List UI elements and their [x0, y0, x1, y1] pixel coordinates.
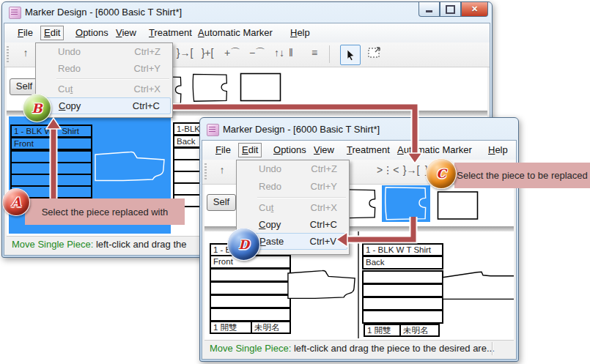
status-hint: left-click and drag the — [93, 239, 186, 250]
move-up-icon[interactable]: ↑ — [15, 47, 37, 59]
menu-item-redo[interactable]: RedoCtrl+Y — [237, 178, 349, 196]
rotate-plus-icon[interactable]: +⌒ — [221, 47, 243, 60]
app-icon — [9, 7, 21, 19]
status-separator — [492, 342, 493, 355]
callout-label-c: Select the piece to be replaced — [454, 163, 590, 188]
join-right-icon[interactable]: }→[ — [174, 47, 196, 59]
piece-name-cell: Back — [362, 256, 443, 270]
menu-view[interactable]: View — [311, 143, 337, 157]
table-row — [362, 270, 443, 284]
piece-outline-front[interactable] — [287, 267, 358, 302]
menu-separator — [56, 78, 169, 79]
piece-outline-rect[interactable] — [240, 73, 281, 102]
table-row — [210, 294, 291, 308]
rotate-minus-icon[interactable]: −⌒ — [246, 47, 268, 60]
status-hint: left-click and drag the piece to the des… — [291, 343, 495, 354]
move-up-icon[interactable]: ↑ — [211, 164, 233, 176]
align-lines-icon[interactable]: ≡ — [303, 47, 325, 59]
maximize-icon — [446, 5, 455, 14]
badge-a: A — [2, 188, 30, 216]
toolbar-separator — [329, 45, 330, 63]
menu-item-copy[interactable]: CopyCtrl+C — [37, 97, 171, 114]
close-icon: ✕ — [471, 4, 478, 14]
join-right-icon[interactable]: }→[ — [400, 164, 422, 176]
piece-outline-rect[interactable] — [437, 190, 479, 220]
table-row — [362, 297, 443, 311]
window-title: Marker Design - [6000 Basic T Shirt*] — [25, 7, 182, 18]
piece-outline-back[interactable] — [441, 267, 514, 302]
menu-help[interactable]: Help — [485, 143, 511, 157]
table-row — [362, 310, 443, 324]
menu-item-undo[interactable]: UndoCtrl+Z — [237, 160, 349, 178]
self-button[interactable]: Self — [207, 194, 236, 211]
piece-name-cell: Front — [10, 137, 92, 150]
select-cursor-button[interactable] — [340, 45, 361, 65]
menu-treatment[interactable]: Treatment — [344, 143, 393, 157]
screenshot: Marker Design - [6000 Basic T Shirt*] ✕ … — [0, 0, 590, 364]
badge-b: B — [23, 94, 51, 122]
badge-c: C — [426, 158, 457, 189]
window-title: Marker Design - [6000 Basic T Shirt*] — [223, 124, 380, 135]
cursor-icon — [345, 49, 355, 61]
menu-bar: File Edit Options View Treatment Automat… — [202, 141, 516, 160]
titlebar[interactable]: Marker Design - [6000 Basic T Shirt*] ✕ — [2, 2, 492, 23]
menu-edit[interactable]: Edit — [238, 143, 262, 157]
menu-bar: File Edit Options View Treatment Automat… — [4, 23, 490, 43]
status-mode: Move Single Piece: — [12, 239, 93, 250]
close-button[interactable]: ✕ — [461, 2, 488, 17]
menu-treatment[interactable]: Treatment — [146, 26, 195, 40]
caption-buttons: ✕ — [418, 2, 488, 16]
edit-menu-popup-1: UndoCtrl+Z RedoCtrl+Y CutCtrl+X CopyCtrl… — [35, 42, 173, 118]
menu-item-redo[interactable]: RedoCtrl+Y — [36, 60, 172, 77]
column-divider — [358, 231, 359, 338]
menu-item-cut[interactable]: CutCtrl+X — [237, 199, 349, 216]
join-add-icon[interactable]: }+[ — [196, 47, 218, 59]
table-row — [210, 281, 291, 295]
callout-label-a: Select the piece replaced with — [25, 198, 185, 225]
menu-automatic-marker[interactable]: Automatic Marker — [195, 26, 276, 40]
marquee-zoom-icon[interactable] — [364, 45, 386, 61]
piece-outline-sleeve-selected — [382, 185, 430, 222]
table-row — [210, 268, 291, 282]
toolbar-grip[interactable] — [204, 163, 207, 179]
piece-header-cell: 1 - BLK W T Shirt — [362, 243, 443, 256]
menu-file[interactable]: File — [15, 26, 36, 40]
self-button[interactable]: Self — [10, 78, 39, 95]
minimize-icon — [426, 10, 432, 12]
table-row — [210, 308, 291, 322]
menu-item-undo[interactable]: UndoCtrl+Z — [36, 43, 172, 60]
menu-options[interactable]: Options — [270, 143, 309, 157]
vertical-bars-icon[interactable]: ‖ — [280, 47, 302, 59]
menu-view[interactable]: View — [113, 26, 139, 40]
selected-piece-thumbnail[interactable] — [382, 185, 430, 222]
menu-automatic-marker[interactable]: Automatic Marker — [394, 143, 475, 157]
titlebar[interactable]: Marker Design - [6000 Basic T Shirt*] — [200, 118, 518, 140]
maximize-button[interactable] — [440, 2, 461, 17]
menu-file[interactable]: File — [213, 143, 234, 157]
menu-help[interactable]: Help — [287, 26, 313, 40]
status-bar: Move Single Piece: left-click and drag t… — [204, 340, 514, 357]
fold-tag: 1 開雙 — [210, 321, 252, 334]
menu-options[interactable]: Options — [73, 26, 111, 40]
menu-edit[interactable]: Edit — [40, 26, 64, 40]
piece-header-cell: 1 - BLK W T Shirt — [10, 125, 92, 138]
toolbar-grip[interactable] — [7, 46, 9, 62]
name-tag: 未明名 — [251, 321, 291, 334]
status-mode: Move Single Piece: — [210, 343, 291, 354]
app-icon — [207, 124, 219, 136]
name-tag: 未明名 — [399, 324, 440, 337]
menu-item-cut[interactable]: CutCtrl+X — [36, 81, 172, 97]
gap-close-icon[interactable]: >⋮< — [377, 164, 399, 176]
table-row — [362, 283, 443, 297]
piece-outline-front-selected[interactable] — [93, 150, 168, 182]
minimize-button[interactable] — [418, 2, 440, 17]
menu-separator — [257, 197, 346, 198]
piece-outline-sleeve[interactable] — [188, 73, 232, 103]
fold-tag: 1 開雙 — [364, 324, 402, 337]
badge-d: D — [227, 228, 260, 261]
